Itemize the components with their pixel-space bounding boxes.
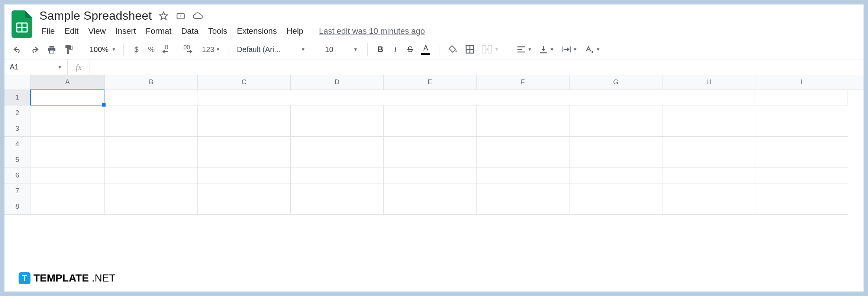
cell[interactable]: [291, 121, 384, 137]
col-header-f[interactable]: F: [477, 75, 569, 90]
cell[interactable]: [197, 90, 290, 105]
cell[interactable]: [755, 199, 848, 215]
cell[interactable]: [105, 168, 198, 183]
cell[interactable]: [755, 90, 848, 105]
menu-help[interactable]: Help: [287, 26, 303, 36]
move-icon[interactable]: [175, 11, 186, 21]
cell[interactable]: [198, 152, 291, 168]
cell[interactable]: [476, 90, 569, 105]
col-header-g[interactable]: G: [569, 75, 662, 90]
cell[interactable]: [198, 183, 291, 199]
text-wrap-dropdown[interactable]: ▼: [560, 43, 579, 56]
cell[interactable]: [291, 168, 384, 183]
redo-button[interactable]: [28, 43, 41, 56]
name-box[interactable]: A1 ▼: [4, 59, 68, 75]
cell[interactable]: [198, 105, 291, 121]
row-header-3[interactable]: 3: [4, 121, 30, 137]
cell[interactable]: [662, 90, 755, 105]
cell[interactable]: [384, 105, 477, 121]
horizontal-align-dropdown[interactable]: ▼: [516, 43, 533, 56]
row-header-2[interactable]: 2: [4, 105, 30, 121]
menu-edit[interactable]: Edit: [64, 26, 78, 36]
sheets-logo[interactable]: [11, 10, 33, 39]
cell[interactable]: [755, 105, 848, 121]
font-family-dropdown[interactable]: Default (Ari... ▼: [237, 45, 307, 54]
cell[interactable]: [105, 121, 198, 137]
cell[interactable]: [105, 183, 198, 199]
cell[interactable]: [569, 105, 662, 121]
cell[interactable]: [291, 183, 384, 199]
cell[interactable]: [30, 152, 105, 168]
cell[interactable]: [291, 152, 384, 168]
cell[interactable]: [569, 152, 662, 168]
cell[interactable]: [30, 121, 105, 137]
document-title[interactable]: Sample Spreadsheet: [39, 9, 152, 23]
col-header-i[interactable]: I: [755, 75, 848, 90]
format-percent-button[interactable]: %: [146, 43, 157, 56]
cloud-status-icon[interactable]: [193, 11, 203, 21]
merge-cells-dropdown[interactable]: ▼: [480, 43, 500, 56]
paint-format-button[interactable]: [62, 43, 74, 56]
cell[interactable]: [30, 105, 105, 121]
cell[interactable]: [569, 168, 662, 183]
cell[interactable]: [30, 183, 105, 199]
cell[interactable]: [477, 199, 569, 215]
row-header-7[interactable]: 7: [4, 183, 30, 199]
format-currency-button[interactable]: $: [131, 43, 142, 56]
font-size-dropdown[interactable]: 10 ▼: [323, 45, 360, 54]
borders-button[interactable]: [464, 43, 476, 56]
cell[interactable]: [291, 137, 384, 152]
decrease-decimal-button[interactable]: .0: [161, 43, 175, 56]
cell[interactable]: [198, 199, 291, 215]
cell[interactable]: [569, 90, 662, 105]
cell[interactable]: [477, 121, 569, 137]
cell[interactable]: [290, 90, 383, 105]
fill-color-button[interactable]: [447, 43, 459, 56]
cell[interactable]: [384, 199, 477, 215]
cell-a1[interactable]: [30, 90, 104, 105]
selection-handle[interactable]: [102, 103, 106, 107]
menu-file[interactable]: File: [42, 26, 55, 36]
menu-format[interactable]: Format: [146, 26, 172, 36]
cell[interactable]: [569, 183, 662, 199]
cell[interactable]: [105, 152, 198, 168]
cell[interactable]: [477, 105, 569, 121]
cell[interactable]: [755, 121, 848, 137]
menu-view[interactable]: View: [88, 26, 106, 36]
cell[interactable]: [569, 121, 662, 137]
cell[interactable]: [477, 183, 569, 199]
col-header-e[interactable]: E: [384, 75, 477, 90]
undo-button[interactable]: [11, 43, 24, 56]
increase-decimal-button[interactable]: .00: [180, 43, 196, 56]
cell[interactable]: [30, 137, 105, 152]
cell[interactable]: [384, 168, 477, 183]
cell[interactable]: [662, 168, 755, 183]
cell[interactable]: [384, 121, 477, 137]
cell[interactable]: [30, 168, 105, 183]
cell[interactable]: [105, 199, 198, 215]
last-edit-link[interactable]: Last edit was 10 minutes ago: [319, 26, 425, 36]
row-header-8[interactable]: 8: [4, 199, 30, 215]
col-header-c[interactable]: C: [198, 75, 291, 90]
cell[interactable]: [477, 152, 569, 168]
text-rotation-dropdown[interactable]: ▼: [583, 43, 602, 56]
italic-button[interactable]: I: [390, 43, 400, 56]
more-formats-dropdown[interactable]: 123 ▼: [200, 43, 222, 56]
star-icon[interactable]: [158, 11, 169, 21]
cell[interactable]: [755, 137, 848, 152]
cell[interactable]: [477, 168, 569, 183]
cell[interactable]: [662, 121, 755, 137]
zoom-dropdown[interactable]: 100% ▼: [90, 45, 116, 54]
cell[interactable]: [105, 105, 198, 121]
menu-tools[interactable]: Tools: [208, 26, 227, 36]
cell[interactable]: [384, 183, 477, 199]
cell[interactable]: [662, 137, 755, 152]
menu-insert[interactable]: Insert: [116, 26, 136, 36]
row-header-5[interactable]: 5: [4, 152, 30, 168]
formula-input[interactable]: [90, 59, 864, 75]
cell[interactable]: [662, 199, 755, 215]
cell[interactable]: [662, 152, 755, 168]
select-all-corner[interactable]: [4, 75, 30, 90]
col-header-b[interactable]: B: [105, 75, 198, 90]
cell[interactable]: [569, 199, 662, 215]
